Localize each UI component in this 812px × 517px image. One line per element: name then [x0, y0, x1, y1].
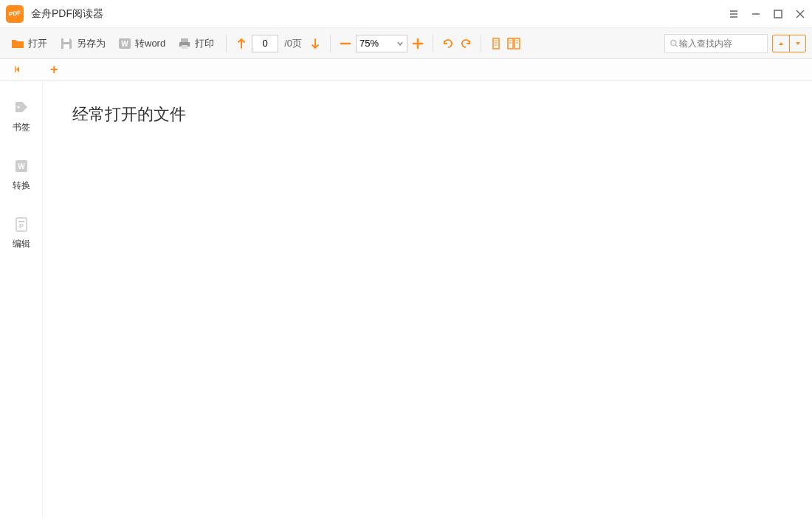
save-icon — [59, 36, 74, 51]
rotate-group — [441, 36, 473, 51]
chevron-down-icon — [396, 40, 404, 47]
close-icon[interactable] — [794, 8, 806, 20]
minimize-icon[interactable] — [750, 8, 762, 20]
separator — [330, 35, 331, 52]
search-prev-icon[interactable] — [773, 35, 789, 52]
search-icon — [670, 38, 679, 49]
separator — [481, 35, 481, 52]
zoom-group: 75% — [338, 35, 425, 52]
open-button[interactable]: 打开 — [6, 33, 52, 54]
svg-rect-17 — [493, 38, 499, 49]
printer-icon — [177, 36, 192, 51]
svg-rect-4 — [774, 10, 782, 18]
svg-point-27 — [671, 40, 676, 45]
search-nav — [772, 35, 806, 52]
page-down-icon[interactable] — [308, 36, 323, 51]
toolbar: 打开 另存为 W 转word 打印 /0页 75% — [0, 28, 812, 59]
svg-rect-13 — [182, 45, 187, 49]
double-page-icon[interactable] — [506, 36, 521, 51]
page-number-input[interactable] — [252, 35, 278, 52]
svg-rect-7 — [63, 38, 69, 42]
sidebar-item-bookmarks[interactable]: 书签 — [13, 99, 30, 134]
search-field[interactable] — [664, 34, 768, 53]
svg-rect-11 — [181, 38, 188, 42]
zoom-in-icon[interactable] — [410, 36, 425, 51]
print-label: 打印 — [195, 37, 214, 50]
tag-icon — [13, 99, 30, 117]
search-group — [664, 34, 806, 53]
titlebar: 金舟PDF阅读器 — [0, 0, 812, 28]
saveas-button[interactable]: 另存为 — [55, 33, 110, 54]
body: 书签 W 转换 P 编辑 经常打开的文件 — [0, 81, 812, 517]
view-mode-group — [489, 36, 521, 51]
separator — [226, 35, 227, 52]
sidebar-item-label: 转换 — [13, 179, 30, 192]
svg-text:P: P — [18, 222, 23, 230]
sidebar-item-convert[interactable]: W 转换 — [13, 157, 30, 192]
add-tab-icon[interactable]: + — [44, 61, 64, 79]
svg-rect-22 — [515, 38, 520, 49]
sidebar: 书签 W 转换 P 编辑 — [0, 81, 43, 517]
sidebar-item-label: 编辑 — [13, 238, 30, 250]
app-title: 金舟PDF阅读器 — [31, 7, 728, 21]
app-logo-icon — [6, 5, 24, 23]
folder-icon — [10, 36, 25, 51]
search-next-icon[interactable] — [789, 35, 805, 52]
main-area: 经常打开的文件 — [43, 81, 812, 517]
page-nav-group: /0页 — [234, 35, 323, 52]
svg-text:W: W — [121, 40, 128, 48]
open-label: 打开 — [28, 37, 47, 50]
saveas-label: 另存为 — [77, 37, 106, 50]
sidebar-item-label: 书签 — [13, 121, 30, 134]
zoom-out-icon[interactable] — [338, 36, 353, 51]
rotate-right-icon[interactable] — [458, 36, 473, 51]
zoom-select[interactable]: 75% — [356, 35, 407, 52]
page-up-icon[interactable] — [234, 36, 249, 51]
menu-icon[interactable] — [728, 8, 740, 20]
svg-rect-21 — [508, 38, 513, 49]
sidebar-item-edit[interactable]: P 编辑 — [13, 216, 30, 250]
svg-text:W: W — [18, 162, 25, 171]
word-icon: W — [117, 36, 132, 51]
page-total-label: /0页 — [284, 37, 302, 50]
search-input[interactable] — [679, 38, 763, 49]
toword-label: 转word — [135, 37, 165, 50]
single-page-icon[interactable] — [489, 36, 503, 51]
svg-line-28 — [675, 44, 678, 47]
maximize-icon[interactable] — [772, 8, 784, 20]
print-button[interactable]: 打印 — [173, 33, 219, 54]
wordfile-icon: W — [13, 157, 30, 175]
collapse-tabs-icon[interactable] — [6, 61, 30, 79]
toword-button[interactable]: W 转word — [113, 33, 170, 54]
pagefile-icon: P — [13, 216, 30, 233]
window-controls — [728, 8, 806, 20]
svg-point-30 — [17, 106, 19, 109]
recent-files-heading: 经常打开的文件 — [72, 103, 782, 126]
rotate-left-icon[interactable] — [441, 36, 455, 51]
separator — [433, 35, 433, 52]
zoom-value: 75% — [359, 38, 379, 49]
tabbar: + — [0, 59, 812, 81]
svg-rect-8 — [63, 44, 69, 49]
